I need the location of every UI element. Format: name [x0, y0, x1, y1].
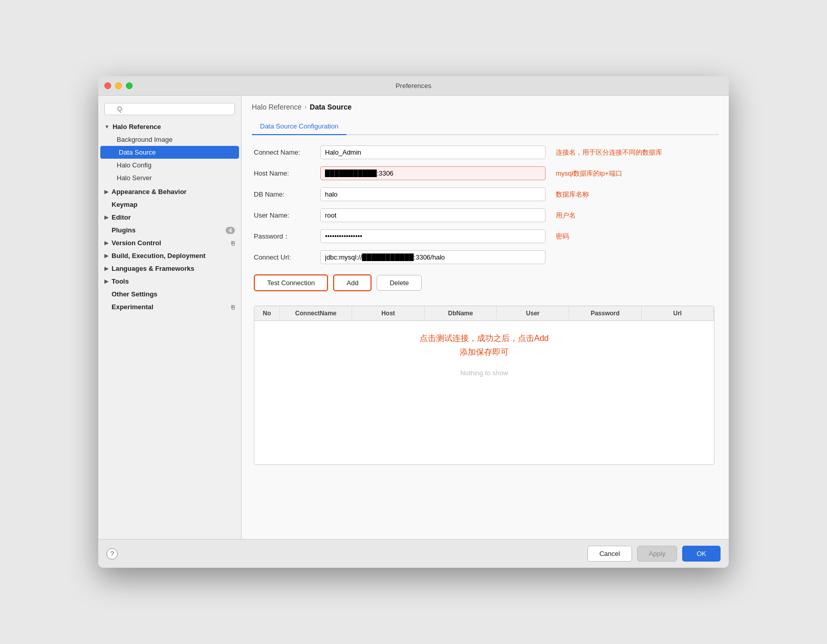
connect-url-input[interactable] [320, 250, 546, 264]
th-url: Url [642, 306, 714, 320]
host-name-label: Host Name: [254, 169, 315, 177]
db-name-input[interactable] [320, 187, 546, 201]
sidebar-item-halo-config[interactable]: Halo Config [98, 159, 241, 171]
th-user: User [497, 306, 569, 320]
arrow-icon-version-control: ▶ [104, 240, 108, 246]
arrow-icon-languages: ▶ [104, 266, 108, 271]
password-annotation: 密码 [556, 232, 569, 241]
th-password: Password [569, 306, 641, 320]
sidebar-item-halo-server[interactable]: Halo Server [98, 171, 241, 184]
search-wrapper: 🔍 [104, 103, 235, 115]
arrow-icon-appearance: ▶ [104, 189, 108, 195]
table-body: 点击测试连接，成功之后，点击Add添加保存即可 Nothing to show [254, 321, 714, 464]
connect-url-label: Connect Url: [254, 253, 315, 261]
table-header: No ConnectName Host DbName User Password… [254, 306, 714, 321]
sidebar-label-editor: Editor [112, 213, 131, 221]
user-name-annotation: 用户名 [556, 211, 576, 220]
sidebar-group-header-halo-reference[interactable]: ▼ Halo Reference [98, 120, 241, 133]
copy-icon-experimental: ⎘ [231, 304, 235, 310]
add-button[interactable]: Add [333, 274, 372, 291]
sidebar-group-halo-reference: ▼ Halo Reference Background Image Data S… [98, 120, 241, 184]
breadcrumb-parent: Halo Reference [252, 103, 301, 111]
arrow-icon-editor: ▶ [104, 214, 108, 220]
bottom-right: Cancel Apply OK [587, 546, 721, 562]
password-input[interactable] [320, 229, 546, 243]
sidebar-item-editor[interactable]: ▶ Editor [98, 211, 241, 224]
sidebar-label-plugins: Plugins [112, 226, 136, 234]
sidebar-item-keymap[interactable]: ▶ Keymap [98, 198, 241, 211]
main-content: 🔍 ▼ Halo Reference Background Image Data… [98, 96, 729, 539]
content-body: Connect Name: 连接名，用于区分连接不同的数据库 Host Name… [242, 135, 729, 539]
tab-data-source-config[interactable]: Data Source Configuration [252, 118, 346, 135]
sidebar-item-plugins[interactable]: ▶ Plugins 4 [98, 224, 241, 237]
search-container: 🔍 [98, 100, 241, 120]
host-name-input[interactable] [320, 166, 546, 180]
titlebar: Preferences [98, 76, 729, 96]
minimize-button[interactable] [115, 82, 122, 89]
host-name-annotation: mysql数据库的ip+端口 [556, 169, 622, 178]
sidebar-label-build: Build, Execution, Deployment [112, 252, 205, 260]
sidebar-item-build[interactable]: ▶ Build, Execution, Deployment [98, 249, 241, 262]
test-connection-button[interactable]: Test Connection [254, 274, 328, 291]
sidebar-label-other-settings: Other Settings [112, 290, 158, 298]
content-area: Halo Reference › Data Source Data Source… [242, 96, 729, 539]
th-connect-name: ConnectName [280, 306, 352, 320]
empty-message: Nothing to show [420, 369, 549, 377]
close-button[interactable] [104, 82, 111, 89]
connect-name-row: Connect Name: 连接名，用于区分连接不同的数据库 [254, 145, 714, 159]
sidebar-item-experimental[interactable]: ▶ Experimental ⎘ [98, 300, 241, 313]
connect-name-annotation: 连接名，用于区分连接不同的数据库 [556, 148, 662, 157]
ok-button[interactable]: OK [682, 546, 721, 562]
content-header: Halo Reference › Data Source Data Source… [242, 96, 729, 135]
sidebar-item-tools[interactable]: ▶ Tools [98, 275, 241, 288]
bottom-bar: ? Cancel Apply OK [98, 539, 729, 568]
sidebar-item-version-control[interactable]: ▶ Version Control ⎘ [98, 237, 241, 249]
connect-name-label: Connect Name: [254, 148, 315, 156]
plugins-badge: 4 [226, 227, 235, 234]
help-button[interactable]: ? [106, 548, 118, 560]
cancel-button[interactable]: Cancel [587, 546, 632, 562]
password-label: Password： [254, 232, 315, 241]
sidebar: 🔍 ▼ Halo Reference Background Image Data… [98, 96, 242, 539]
arrow-icon-tools: ▶ [104, 278, 108, 284]
tab-bar: Data Source Configuration [252, 118, 719, 135]
sidebar-label-version-control: Version Control [112, 239, 161, 247]
th-host: Host [352, 306, 424, 320]
delete-button[interactable]: Delete [377, 275, 422, 291]
sidebar-item-background-image[interactable]: Background Image [98, 133, 241, 146]
db-name-annotation: 数据库名称 [556, 190, 589, 199]
data-table: No ConnectName Host DbName User Password… [254, 306, 714, 465]
sidebar-item-appearance-behavior[interactable]: ▶ Appearance & Behavior [98, 185, 241, 198]
connect-name-input[interactable] [320, 145, 546, 159]
sidebar-label-tools: Tools [112, 277, 129, 285]
bottom-left: ? [106, 548, 118, 560]
th-no: No [254, 306, 280, 320]
db-name-label: DB Name: [254, 190, 315, 198]
search-input[interactable] [104, 103, 235, 115]
arrow-icon-build: ▶ [104, 253, 108, 259]
traffic-lights [104, 82, 133, 89]
password-row: Password： 密码 [254, 229, 714, 243]
table-annotation: 点击测试连接，成功之后，点击Add添加保存即可 [420, 331, 549, 359]
sidebar-item-languages[interactable]: ▶ Languages & Frameworks [98, 262, 241, 275]
sidebar-item-data-source[interactable]: Data Source [100, 146, 239, 159]
maximize-button[interactable] [126, 82, 133, 89]
button-row: Test Connection Add Delete [254, 274, 714, 291]
breadcrumb-current: Data Source [310, 103, 352, 111]
user-name-label: User Name: [254, 211, 315, 219]
connect-url-row: Connect Url: [254, 250, 714, 264]
breadcrumb-separator: › [304, 103, 307, 111]
annotation-overlay: 点击测试连接，成功之后，点击Add添加保存即可 Nothing to show [409, 321, 559, 387]
apply-button[interactable]: Apply [637, 546, 678, 562]
sidebar-item-other-settings[interactable]: ▶ Other Settings [98, 288, 241, 300]
sidebar-group-label-halo-reference: Halo Reference [113, 123, 161, 131]
copy-icon-version-control: ⎘ [231, 240, 235, 246]
host-name-row: Host Name: mysql数据库的ip+端口 [254, 166, 714, 180]
user-name-input[interactable] [320, 208, 546, 222]
form-section: Connect Name: 连接名，用于区分连接不同的数据库 Host Name… [254, 145, 714, 465]
preferences-window: Preferences 🔍 ▼ Halo Reference Backgroun… [98, 76, 729, 568]
db-name-row: DB Name: 数据库名称 [254, 187, 714, 201]
user-name-row: User Name: 用户名 [254, 208, 714, 222]
sidebar-label-languages: Languages & Frameworks [112, 265, 194, 272]
arrow-icon: ▼ [104, 124, 110, 130]
